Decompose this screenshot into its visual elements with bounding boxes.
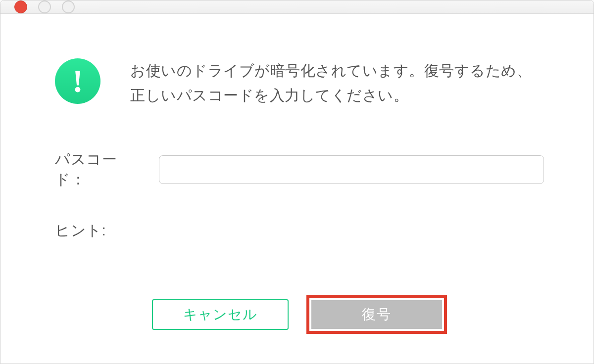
dialog-message: お使いのドライブが暗号化されています。復号するため、正しいパスコードを入力してく… xyxy=(130,58,544,107)
minimize-icon xyxy=(38,0,51,13)
button-row: キャンセル 復号 xyxy=(55,295,544,334)
close-icon[interactable] xyxy=(14,0,27,13)
decrypt-highlight: 復号 xyxy=(306,295,447,334)
passcode-label: パスコード： xyxy=(55,149,147,190)
cancel-button-label: キャンセル xyxy=(183,305,257,324)
hint-row: ヒント: xyxy=(55,221,544,241)
alert-glyph: ! xyxy=(72,62,83,100)
hint-label: ヒント: xyxy=(55,221,106,241)
dialog-window: ! お使いのドライブが暗号化されています。復号するため、正しいパスコードを入力し… xyxy=(0,0,594,364)
dialog-content: ! お使いのドライブが暗号化されています。復号するため、正しいパスコードを入力し… xyxy=(0,14,594,364)
cancel-button[interactable]: キャンセル xyxy=(152,299,289,330)
header-row: ! お使いのドライブが暗号化されています。復号するため、正しいパスコードを入力し… xyxy=(55,58,544,107)
zoom-icon xyxy=(62,0,75,13)
decrypt-button-label: 復号 xyxy=(362,305,392,324)
passcode-input[interactable] xyxy=(159,155,544,184)
titlebar xyxy=(0,0,594,14)
decrypt-button[interactable]: 復号 xyxy=(311,300,442,329)
passcode-row: パスコード： xyxy=(55,149,544,190)
alert-icon: ! xyxy=(55,58,100,104)
